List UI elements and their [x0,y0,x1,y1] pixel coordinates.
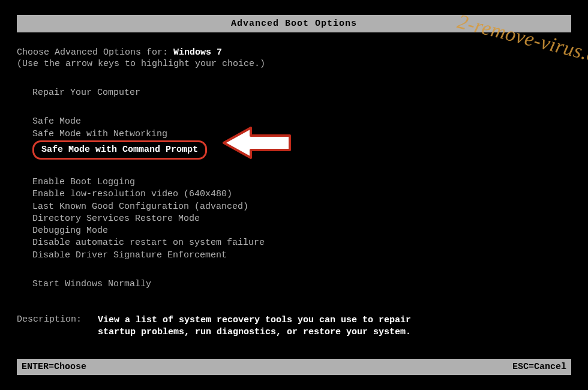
option-low-res-video[interactable]: Enable low-resolution video (640x480) [32,188,571,200]
option-safe-mode-command-prompt[interactable]: Safe Mode with Command Prompt [32,140,571,160]
option-safe-mode[interactable]: Safe Mode [32,116,571,128]
footer-bar: ENTER=Choose ESC=Cancel [17,359,571,375]
option-last-known-good[interactable]: Last Known Good Configuration (advanced) [32,201,571,213]
hint-line: (Use the arrow keys to highlight your ch… [17,59,571,69]
choose-prefix: Choose Advanced Options for: [17,47,173,58]
footer-esc: ESC=Cancel [512,362,566,372]
os-name: Windows 7 [173,47,222,58]
description-text: View a list of system recovery tools you… [98,314,411,339]
footer-enter: ENTER=Choose [22,362,86,372]
description-block: Description: View a list of system recov… [17,314,571,339]
option-ds-restore[interactable]: Directory Services Restore Mode [32,213,571,225]
main-content: Choose Advanced Options for: Windows 7 (… [0,32,588,339]
title-bar: Advanced Boot Options [17,15,571,32]
option-group-repair: Repair Your Computer [32,87,571,99]
option-disable-driver-sig[interactable]: Disable Driver Signature Enforcement [32,250,571,262]
option-repair-computer[interactable]: Repair Your Computer [32,87,571,99]
description-label: Description: [17,314,98,339]
option-debugging-mode[interactable]: Debugging Mode [32,225,571,237]
window-title: Advanced Boot Options [231,19,357,29]
choose-line: Choose Advanced Options for: Windows 7 [17,47,571,58]
highlighted-option: Safe Mode with Command Prompt [32,140,207,160]
option-group-advanced: Enable Boot Logging Enable low-resolutio… [32,176,571,262]
option-safe-mode-networking[interactable]: Safe Mode with Networking [32,128,571,140]
option-group-normal: Start Windows Normally [32,278,571,290]
option-group-safemode: Safe Mode Safe Mode with Networking Safe… [32,116,571,160]
description-line2: startup problems, run diagnostics, or re… [98,326,411,338]
description-line1: View a list of system recovery tools you… [98,314,411,326]
option-disable-auto-restart[interactable]: Disable automatic restart on system fail… [32,237,571,249]
option-start-normally[interactable]: Start Windows Normally [32,278,571,290]
option-boot-logging[interactable]: Enable Boot Logging [32,176,571,188]
